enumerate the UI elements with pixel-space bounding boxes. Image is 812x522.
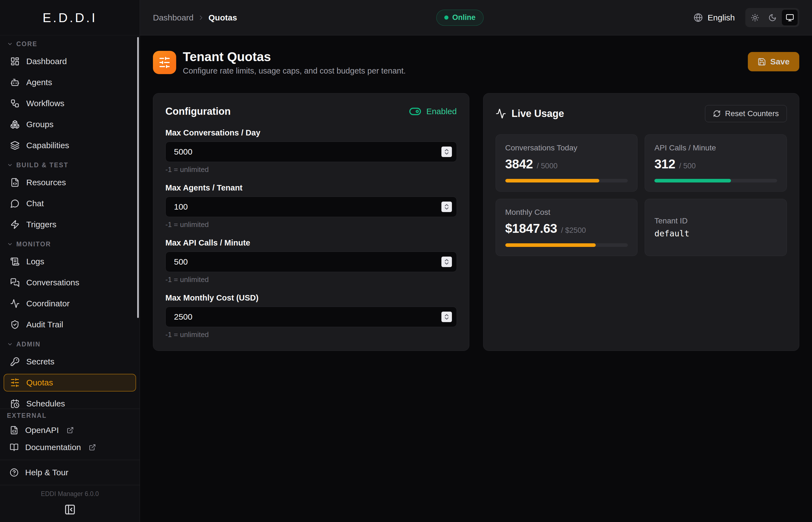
status-badge: Online [436, 10, 483, 26]
field-max-conversations: Max Conversations / Day -1 = unlimited [165, 128, 457, 174]
help-circle-icon [10, 468, 19, 477]
logo-area: E.D.D.I [0, 0, 140, 35]
chevron-down-icon [7, 162, 13, 168]
progress-track [654, 179, 777, 182]
sidebar-item-workflows[interactable]: Workflows [4, 95, 136, 112]
nav-section-header-monitor[interactable]: MONITOR [4, 240, 136, 248]
number-stepper[interactable] [441, 202, 452, 212]
breadcrumb-dashboard-link[interactable]: Dashboard [153, 13, 194, 22]
dashboard-icon [10, 57, 20, 66]
chevron-down-icon [7, 41, 13, 47]
live-usage-card: Live Usage Reset Counters Conversations … [483, 93, 799, 351]
robot-icon [10, 78, 20, 87]
theme-light-button[interactable] [747, 10, 763, 25]
stat-conversations-today: Conversations Today 3842 / 5000 [496, 134, 638, 192]
tenant-id-value: default [654, 229, 777, 238]
enabled-label: Enabled [426, 107, 457, 116]
max-api-calls-input[interactable] [165, 252, 457, 272]
sidebar-item-logs[interactable]: Logs [4, 253, 136, 270]
stat-api-calls: API Calls / Minute 312 / 500 [645, 134, 787, 192]
language-label: English [708, 13, 735, 22]
breadcrumb: Dashboard Quotas [153, 13, 237, 22]
external-link-icon [67, 427, 74, 434]
refresh-icon [713, 110, 721, 118]
sidebar-item-coordinator[interactable]: Coordinator [4, 295, 136, 313]
progress-fill [505, 179, 600, 182]
messages-icon [10, 278, 20, 287]
enabled-toggle[interactable]: Enabled [409, 105, 457, 118]
stat-value: $1847.63 [505, 221, 557, 236]
sidebar-item-audit-trail[interactable]: Audit Trail [4, 316, 136, 334]
sidebar-item-openapi[interactable]: OpenAPI [4, 422, 136, 439]
stat-limit: / 500 [679, 162, 696, 170]
shield-check-icon [10, 320, 20, 329]
nav-section-monitor: MONITOR Logs Conversations Coordinator A… [4, 240, 136, 334]
sliders-icon [10, 378, 20, 387]
sidebar-item-agents[interactable]: Agents [4, 74, 136, 91]
sidebar-item-dashboard[interactable]: Dashboard [4, 53, 136, 70]
external-link-icon [89, 444, 96, 451]
app-version: EDDI Manager 6.0.0 [0, 485, 140, 498]
theme-toggle-group [745, 8, 799, 27]
save-button[interactable]: Save [748, 52, 799, 71]
collapse-sidebar-button[interactable] [62, 502, 78, 518]
sidebar-item-chat[interactable]: Chat [4, 195, 136, 212]
theme-system-button[interactable] [782, 10, 798, 25]
moon-icon [768, 14, 777, 22]
external-section: EXTERNAL OpenAPI Documentation [0, 409, 140, 460]
nav-section-header-build-test[interactable]: BUILD & TEST [4, 161, 136, 169]
nav-section-header-core[interactable]: CORE [4, 40, 136, 48]
page-content: Tenant Quotas Configure rate limits, usa… [140, 35, 812, 522]
sidebar-scrollbar[interactable] [137, 37, 139, 318]
max-monthly-cost-input[interactable] [165, 307, 457, 327]
language-selector[interactable]: English [694, 13, 735, 22]
workflow-icon [10, 99, 20, 108]
chevron-down-icon [7, 341, 13, 347]
max-conversations-input[interactable] [165, 142, 457, 162]
sidebar-footer: EXTERNAL OpenAPI Documentation Help & To… [0, 409, 140, 522]
sidebar-nav: CORE Dashboard Agents Workflows Groups C… [0, 35, 140, 409]
topbar: Dashboard Quotas Online English [140, 0, 812, 35]
sidebar-item-triggers[interactable]: Triggers [4, 216, 136, 233]
toggle-right-icon [409, 105, 421, 118]
progress-fill [654, 179, 731, 182]
stat-limit: / 5000 [537, 162, 558, 170]
reset-counters-button[interactable]: Reset Counters [705, 105, 787, 122]
sidebar-item-resources[interactable]: Resources [4, 174, 136, 191]
boxes-icon [10, 120, 20, 129]
stat-value: 312 [654, 157, 675, 172]
sidebar-item-conversations[interactable]: Conversations [4, 274, 136, 292]
save-icon [757, 58, 766, 66]
field-hint: -1 = unlimited [165, 220, 457, 229]
field-max-agents: Max Agents / Tenant -1 = unlimited [165, 183, 457, 229]
sidebar-item-schedules[interactable]: Schedules [4, 395, 136, 409]
sidebar-item-groups[interactable]: Groups [4, 116, 136, 133]
max-agents-input[interactable] [165, 197, 457, 217]
layers-icon [10, 141, 20, 150]
page-title: Tenant Quotas [183, 50, 406, 64]
field-hint: -1 = unlimited [165, 275, 457, 284]
sidebar-item-documentation[interactable]: Documentation [4, 439, 136, 456]
chat-bubble-icon [10, 199, 20, 208]
number-stepper[interactable] [441, 257, 452, 267]
panel-collapse-icon [64, 504, 76, 515]
globe-icon [694, 13, 703, 22]
sidebar-item-secrets[interactable]: Secrets [4, 353, 136, 370]
sidebar-item-capabilities[interactable]: Capabilities [4, 137, 136, 154]
configuration-card: Configuration Enabled Max Conversations … [153, 93, 469, 351]
main-area: Dashboard Quotas Online English [140, 0, 812, 522]
theme-dark-button[interactable] [765, 10, 780, 25]
chevron-right-icon [197, 14, 205, 21]
sidebar: E.D.D.I CORE Dashboard Agents Workflows [0, 0, 140, 522]
sidebar-item-quotas[interactable]: Quotas [4, 374, 136, 392]
nav-section-header-admin[interactable]: ADMIN [4, 340, 136, 348]
field-hint: -1 = unlimited [165, 165, 457, 174]
sidebar-item-help-tour[interactable]: Help & Tour [4, 464, 136, 481]
field-max-api-calls: Max API Calls / Minute -1 = unlimited [165, 238, 457, 284]
configuration-title: Configuration [165, 106, 231, 117]
field-max-monthly-cost: Max Monthly Cost (USD) -1 = unlimited [165, 293, 457, 339]
scroll-icon [10, 257, 20, 266]
number-stepper[interactable] [441, 312, 452, 322]
activity-icon [10, 299, 20, 308]
number-stepper[interactable] [441, 146, 452, 157]
